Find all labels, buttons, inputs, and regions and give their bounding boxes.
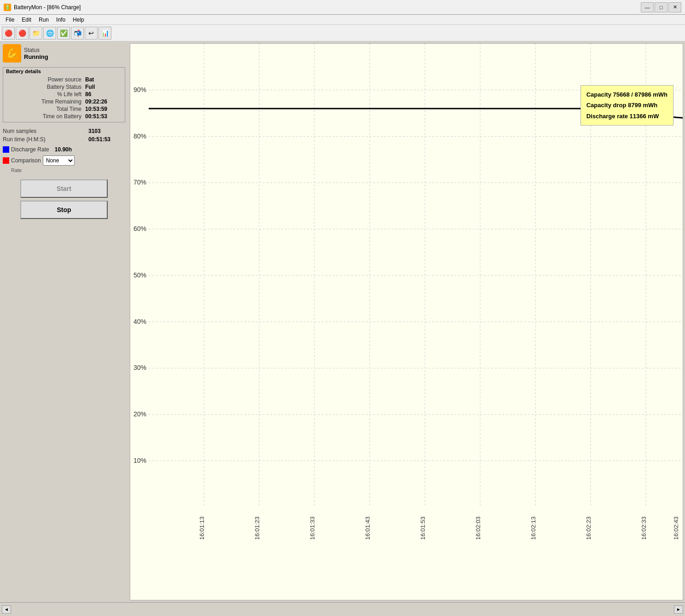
maximize-button[interactable]: □: [655, 2, 668, 12]
menu-bar: File Edit Run Info Help: [0, 15, 685, 25]
chart-tooltip: Capacity 75668 / 87986 mWh Capacity drop…: [581, 85, 673, 126]
stats-area: Num samples 3103 Run time (H:M:S) 00:51:…: [3, 127, 125, 144]
close-button[interactable]: ✕: [668, 2, 681, 12]
detail-life-left-value: 86: [85, 91, 122, 98]
runtime-value: 00:51:53: [88, 136, 125, 143]
svg-text:30%: 30%: [134, 364, 146, 371]
comparison-sublabel: Rate: [3, 167, 125, 173]
status-info: Status Running: [24, 47, 48, 60]
app-icon: 🔋: [4, 4, 11, 11]
svg-text:70%: 70%: [134, 178, 146, 186]
chart-area: 90% 80% 70% 60% 50% 40% 30% 20% 10% 16:0…: [130, 43, 683, 600]
detail-battery-status-value: Full: [85, 84, 122, 90]
title-bar: 🔋 BatteryMon - [86% Charge] — □ ✕: [0, 0, 685, 15]
discharge-rate-label: Discharge Rate: [11, 146, 49, 153]
svg-text:10%: 10%: [134, 457, 146, 464]
svg-text:20%: 20%: [134, 410, 146, 418]
detail-life-left-label: % Life left: [6, 91, 81, 98]
svg-text:16:02:13: 16:02:13: [530, 517, 537, 540]
detail-total-time: Total Time 10:53:59: [6, 105, 122, 113]
toolbar: 🔴 🔴 📁 🌐 ✅ 📬 ↩ 📊: [0, 25, 685, 41]
toolbar-btn-4[interactable]: 🌐: [43, 27, 56, 40]
svg-text:90%: 90%: [134, 86, 146, 93]
detail-power-source: Power source Bat: [6, 76, 122, 83]
menu-edit[interactable]: Edit: [18, 16, 35, 24]
detail-total-time-label: Total Time: [6, 106, 81, 112]
tooltip-line2: Capacity drop 8799 mWh: [586, 100, 668, 110]
svg-text:16:02:23: 16:02:23: [585, 517, 592, 540]
comparison-color-indicator: [3, 157, 9, 164]
detail-power-source-value: Bat: [85, 76, 122, 83]
start-button[interactable]: Start: [20, 179, 108, 198]
menu-help[interactable]: Help: [69, 16, 88, 24]
battery-details-box: Battery details Power source Bat Battery…: [3, 67, 125, 122]
scroll-left-button[interactable]: ◄: [2, 605, 11, 614]
statusbar: ◄ ►: [0, 602, 685, 616]
discharge-rate-value: 10.90h: [55, 146, 92, 153]
stop-button[interactable]: Stop: [20, 201, 108, 219]
menu-info[interactable]: Info: [52, 16, 69, 24]
toolbar-btn-3[interactable]: 📁: [29, 27, 42, 40]
svg-text:16:01:23: 16:01:23: [254, 517, 261, 540]
tooltip-line3: Discharge rate 11366 mW: [586, 111, 668, 121]
detail-time-on-battery-label: Time on Battery: [6, 113, 81, 120]
toolbar-btn-5[interactable]: ✅: [57, 27, 70, 40]
detail-time-remaining-label: Time Remaining: [6, 98, 81, 105]
toolbar-btn-7[interactable]: ↩: [85, 27, 98, 40]
detail-battery-status: Battery Status Full: [6, 83, 122, 91]
battery-details-title: Battery details: [6, 69, 122, 74]
chart-svg: 90% 80% 70% 60% 50% 40% 30% 20% 10% 16:0…: [130, 44, 683, 600]
svg-text:50%: 50%: [134, 271, 146, 279]
detail-time-on-battery: Time on Battery 00:51:53: [6, 113, 122, 120]
status-row: 💪 Status Running: [3, 44, 125, 63]
svg-text:80%: 80%: [134, 132, 146, 139]
svg-text:16:01:43: 16:01:43: [364, 517, 371, 540]
detail-time-on-battery-value: 00:51:53: [85, 113, 122, 120]
runtime-label: Run time (H:M:S): [3, 136, 46, 143]
tooltip-line1: Capacity 75668 / 87986 mWh: [586, 89, 668, 100]
detail-time-remaining-value: 09:22:26: [85, 98, 122, 105]
num-samples-row: Num samples 3103: [3, 127, 125, 135]
svg-text:16:01:53: 16:01:53: [419, 517, 426, 540]
svg-text:60%: 60%: [134, 225, 146, 232]
menu-file[interactable]: File: [2, 16, 18, 24]
num-samples-value: 3103: [88, 128, 125, 134]
main-area: 💪 Status Running Battery details Power s…: [0, 41, 685, 602]
status-value: Running: [24, 53, 48, 60]
runtime-row: Run time (H:M:S) 00:51:53: [3, 135, 125, 144]
num-samples-label: Num samples: [3, 128, 36, 134]
detail-life-left: % Life left 86: [6, 91, 122, 98]
svg-text:16:02:43: 16:02:43: [673, 517, 679, 540]
discharge-rate-row: Discharge Rate 10.90h: [3, 145, 125, 154]
status-label: Status: [24, 47, 48, 53]
detail-power-source-label: Power source: [6, 76, 81, 83]
window-controls: — □ ✕: [641, 2, 681, 12]
comparison-row: Comparison None Option1 Option2: [3, 155, 125, 166]
sidebar-app-icon: 💪: [3, 44, 21, 63]
svg-text:16:02:33: 16:02:33: [640, 517, 647, 540]
svg-text:16:01:33: 16:01:33: [309, 517, 316, 540]
detail-time-remaining: Time Remaining 09:22:26: [6, 98, 122, 105]
discharge-rate-color-indicator: [3, 146, 9, 153]
scroll-right-button[interactable]: ►: [674, 605, 683, 614]
comparison-label: Comparison: [11, 157, 41, 164]
window-title: BatteryMon - [86% Charge]: [14, 4, 81, 11]
menu-run[interactable]: Run: [35, 16, 52, 24]
toolbar-btn-8[interactable]: 📊: [99, 27, 111, 40]
toolbar-btn-1[interactable]: 🔴: [2, 27, 15, 40]
minimize-button[interactable]: —: [641, 2, 654, 12]
detail-total-time-value: 10:53:59: [85, 106, 122, 112]
buttons-area: Start Stop: [3, 179, 125, 219]
svg-text:40%: 40%: [134, 317, 146, 325]
toolbar-btn-6[interactable]: 📬: [71, 27, 84, 40]
svg-text:16:02:03: 16:02:03: [475, 517, 482, 540]
comparison-select[interactable]: None Option1 Option2: [43, 155, 75, 166]
toolbar-btn-2[interactable]: 🔴: [16, 27, 29, 40]
svg-text:16:01:13: 16:01:13: [198, 517, 205, 540]
sidebar: 💪 Status Running Battery details Power s…: [0, 41, 128, 602]
detail-battery-status-label: Battery Status: [6, 84, 81, 90]
